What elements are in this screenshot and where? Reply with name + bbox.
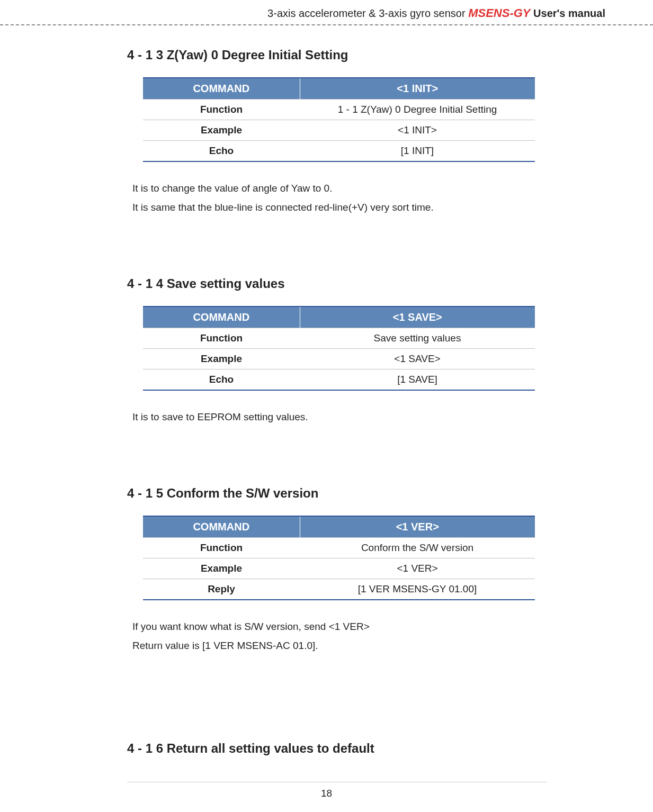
cell-example-label: Example: [143, 349, 300, 369]
table-row: Function Save setting values: [143, 328, 535, 349]
cell-example-label: Example: [143, 120, 300, 141]
table-row: Echo [1 INIT]: [143, 141, 535, 162]
section-4-1-3-title: 4 - 1 3 Z(Yaw) 0 Degree Initial Setting: [127, 48, 547, 62]
table-row: Echo [1 SAVE]: [143, 369, 535, 391]
ver-desc-1: If you want know what is S/W version, se…: [132, 617, 547, 636]
cell-function-label: Function: [143, 328, 300, 349]
cell-function-value: Conform the S/W version: [300, 538, 535, 558]
ver-command-table: COMMAND <1 VER> Function Conform the S/W…: [143, 516, 535, 600]
page-number: 18: [0, 788, 653, 799]
table-row: Example <1 INIT>: [143, 120, 535, 141]
section-4-1-5-title: 4 - 1 5 Conform the S/W version: [127, 486, 547, 501]
table-row: Function Conform the S/W version: [143, 538, 535, 558]
init-desc-1: It is to change the value of angle of Ya…: [132, 179, 547, 198]
table-row: Reply [1 VER MSENS-GY 01.00]: [143, 579, 535, 600]
cell-function-value: Save setting values: [300, 328, 535, 349]
header-desc: 3-axis accelerometer & 3-axis gyro senso…: [267, 7, 468, 19]
cell-example-value: <1 INIT>: [300, 120, 535, 141]
header-divider: [0, 24, 653, 25]
header-manual: User's manual: [531, 7, 605, 19]
ver-desc-2: Return value is [1 VER MSENS-AC 01.0].: [132, 636, 547, 655]
cell-echo-value: [1 INIT]: [300, 141, 535, 162]
save-desc-1: It is to save to EEPROM setting values.: [132, 408, 547, 427]
save-command-table: COMMAND <1 SAVE> Function Save setting v…: [143, 306, 535, 391]
th-command: COMMAND: [143, 78, 300, 100]
cell-function-value: 1 - 1 Z(Yaw) 0 Degree Initial Setting: [300, 100, 535, 120]
section-4-1-4-title: 4 - 1 4 Save setting values: [127, 276, 547, 291]
footer-divider: [127, 782, 547, 782]
page-header: 3-axis accelerometer & 3-axis gyro senso…: [0, 6, 653, 20]
cell-example-value: <1 SAVE>: [300, 349, 535, 369]
cell-echo-label: Echo: [143, 369, 300, 391]
th-syntax: <1 VER>: [300, 516, 535, 538]
th-syntax: <1 SAVE>: [300, 306, 535, 328]
cell-echo-value: [1 SAVE]: [300, 369, 535, 391]
init-command-table: COMMAND <1 INIT> Function 1 - 1 Z(Yaw) 0…: [143, 77, 535, 162]
table-row: Example <1 VER>: [143, 558, 535, 579]
th-command: COMMAND: [143, 306, 300, 328]
cell-reply-label: Reply: [143, 579, 300, 600]
th-command: COMMAND: [143, 516, 300, 538]
cell-echo-label: Echo: [143, 141, 300, 162]
cell-example-value: <1 VER>: [300, 558, 535, 579]
cell-reply-value: [1 VER MSENS-GY 01.00]: [300, 579, 535, 600]
cell-function-label: Function: [143, 538, 300, 558]
section-4-1-6-title: 4 - 1 6 Return all setting values to def…: [127, 741, 547, 756]
table-row: Function 1 - 1 Z(Yaw) 0 Degree Initial S…: [143, 100, 535, 120]
th-syntax: <1 INIT>: [300, 78, 535, 100]
cell-example-label: Example: [143, 558, 300, 579]
header-product: MSENS-GY: [468, 6, 530, 20]
cell-function-label: Function: [143, 100, 300, 120]
table-row: Example <1 SAVE>: [143, 349, 535, 369]
init-desc-2: It is same that the blue-line is connect…: [132, 198, 547, 217]
